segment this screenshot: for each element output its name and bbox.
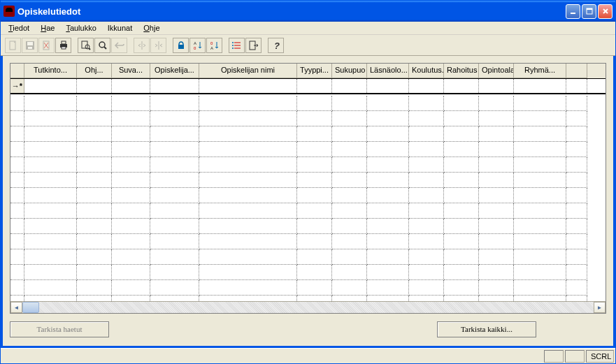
column-header-10[interactable]: Rahoitus [444, 64, 479, 78]
status-cell-2 [565, 350, 585, 363]
client-area: Tutkinto...Ohj...Suva...Opiskelija...Opi… [1, 56, 615, 348]
status-bar: SCRL [1, 348, 615, 363]
window-title: Opiskelutiedot [17, 6, 566, 17]
data-grid[interactable]: Tutkinto...Ohj...Suva...Opiskelija...Opi… [10, 63, 606, 314]
column-header-5[interactable]: Opiskelijan nimi [199, 64, 297, 78]
sort-asc-button[interactable]: A0 [189, 38, 206, 53]
column-header-9[interactable]: Koulutus. [409, 64, 444, 78]
column-header-3[interactable]: Suva... [112, 64, 150, 78]
edit-cell-12[interactable] [514, 79, 566, 93]
new-button[interactable] [5, 38, 21, 53]
tarkista-haetut-button[interactable]: Tarkista haetut [10, 321, 109, 337]
grid-edit-row[interactable]: →* [10, 79, 606, 94]
svg-rect-2 [587, 8, 592, 10]
edit-cell-6[interactable] [297, 79, 332, 93]
grid-empty-rows [10, 96, 606, 301]
column-header-2[interactable]: Ohj... [77, 64, 112, 78]
close-button[interactable] [598, 4, 613, 19]
menu-bar: TiedotHaeTaulukkoIkkunatOhje [1, 22, 615, 35]
row-marker: →* [10, 79, 24, 93]
menu-ikkunat[interactable]: Ikkunat [103, 23, 137, 33]
horizontal-scrollbar[interactable]: ◄ ► [10, 301, 606, 313]
save-button[interactable] [22, 38, 38, 53]
scroll-right-button[interactable]: ► [594, 302, 606, 313]
maximize-button[interactable] [582, 4, 596, 19]
help-button[interactable]: ? [268, 38, 284, 53]
toolbar: A0 0A ? [1, 35, 615, 56]
svg-text:A: A [194, 41, 196, 45]
svg-rect-14 [62, 47, 66, 49]
lock-button[interactable] [173, 38, 189, 53]
column-header-13[interactable] [566, 64, 587, 78]
column-header-12[interactable]: Ryhmä... [514, 64, 566, 78]
grid-body[interactable]: →* [10, 79, 606, 301]
minimize-button[interactable] [566, 4, 580, 19]
edit-cell-2[interactable] [77, 79, 112, 93]
svg-rect-0 [571, 13, 575, 14]
grid-header: Tutkinto...Ohj...Suva...Opiskelija...Opi… [10, 64, 606, 79]
menu-hae[interactable]: Hae [36, 23, 59, 33]
tarkista-kaikki-button[interactable]: Tarkista kaikki... [437, 321, 536, 337]
column-header-8[interactable]: Läsnäolo... [367, 64, 409, 78]
edit-cell-1[interactable] [24, 79, 77, 93]
button-row: Tarkista haetut Tarkista kaikki... [10, 314, 606, 339]
column-header-0[interactable] [10, 64, 24, 78]
svg-rect-8 [28, 47, 32, 49]
edit-cell-9[interactable] [409, 79, 444, 93]
edit-cell-5[interactable] [199, 79, 297, 93]
svg-point-30 [232, 42, 234, 43]
undo-button[interactable] [111, 38, 127, 53]
window-controls [566, 4, 613, 19]
svg-point-32 [232, 48, 234, 49]
search-button[interactable] [94, 38, 110, 53]
app-icon [3, 6, 15, 17]
column-header-6[interactable]: Tyyppi... [297, 64, 332, 78]
scroll-track[interactable] [22, 302, 594, 313]
status-cell-1 [544, 350, 564, 363]
edit-cell-11[interactable] [479, 79, 514, 93]
exit-button[interactable] [245, 38, 262, 53]
column-header-7[interactable]: Sukupuo [332, 64, 367, 78]
edit-cell-4[interactable] [150, 79, 199, 93]
menu-taulukko[interactable]: Taulukko [61, 23, 101, 33]
scroll-left-button[interactable]: ◄ [10, 302, 22, 313]
svg-point-18 [99, 42, 105, 48]
titlebar: Opiskelutiedot [1, 1, 615, 22]
svg-rect-22 [178, 45, 184, 49]
svg-point-31 [232, 45, 234, 46]
column-header-11[interactable]: Opintoala [479, 64, 514, 78]
sort-desc-button[interactable]: 0A [206, 38, 222, 53]
app-window: Opiskelutiedot TiedotHaeTaulukkoIkkunatO… [0, 0, 616, 364]
svg-rect-13 [62, 41, 66, 44]
svg-text:A: A [210, 46, 213, 50]
print-button[interactable] [55, 38, 71, 53]
menu-tiedot[interactable]: Tiedot [3, 23, 34, 33]
preview-button[interactable] [78, 38, 94, 53]
scroll-thumb[interactable] [22, 302, 39, 313]
svg-text:0: 0 [210, 41, 213, 45]
edit-cell-7[interactable] [332, 79, 367, 93]
column-header-4[interactable]: Opiskelija... [150, 64, 199, 78]
svg-line-19 [104, 47, 106, 49]
indent-out-button[interactable] [134, 38, 150, 53]
svg-rect-7 [27, 42, 33, 45]
status-scrl: SCRL [586, 350, 614, 363]
menu-ohje[interactable]: Ohje [138, 23, 164, 33]
column-header-1[interactable]: Tutkinto... [24, 64, 77, 78]
svg-line-17 [89, 48, 90, 50]
edit-cell-8[interactable] [367, 79, 409, 93]
svg-text:?: ? [274, 41, 280, 51]
indent-in-button[interactable] [150, 38, 166, 53]
edit-cell-10[interactable] [444, 79, 479, 93]
list-button[interactable] [229, 38, 245, 53]
edit-cell-3[interactable] [112, 79, 150, 93]
delete-button[interactable] [38, 38, 55, 53]
svg-text:0: 0 [194, 46, 196, 50]
edit-cell-13[interactable] [566, 79, 587, 93]
